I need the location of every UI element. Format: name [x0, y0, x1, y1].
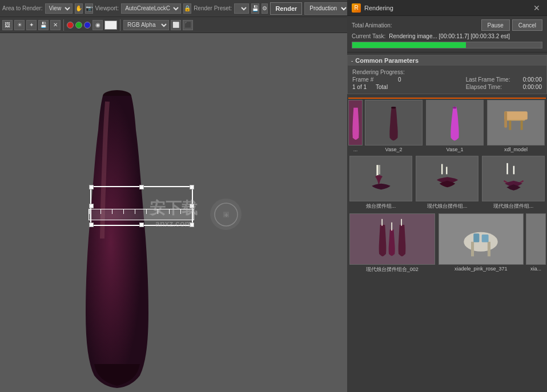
photon-icon[interactable]: ✦	[26, 20, 37, 30]
svg-rect-10	[504, 111, 507, 127]
ruler-tick	[192, 209, 192, 214]
render-preset-select[interactable]	[234, 3, 249, 14]
svg-rect-21	[471, 241, 474, 256]
common-params-header: - Common Parameters	[348, 55, 546, 66]
area-to-render-select[interactable]: View	[45, 3, 73, 14]
thumb-item-partial[interactable]: ...	[348, 99, 363, 153]
toolbar-row2: 🖼 ☀ ✦ 💾 ✕ ◉ RGB Alpha ⬜ ⬛	[0, 17, 347, 33]
thumb-item-table[interactable]: xiadele_pink_rose_371	[437, 212, 525, 274]
thumb-label-candle3: 现代烛台摆件组...	[482, 203, 545, 210]
render-button[interactable]: Render	[270, 2, 302, 15]
svg-rect-8	[521, 120, 523, 130]
total-row: 1 of 1 Total Elapsed Time: 0:00:00	[352, 84, 542, 90]
viewport-select[interactable]: AutoCreateLockC	[121, 3, 181, 14]
svg-rect-15	[506, 163, 508, 174]
render-controls-row: Total Animation: Pause Cancel	[352, 19, 542, 31]
current-task-row: Current Task: Rendering image... [00:00:…	[352, 33, 542, 39]
thumb-label-vase2: Vase_2	[365, 147, 423, 152]
move-gizmo: ✛	[210, 199, 242, 230]
thumb-vase2-svg	[384, 104, 404, 142]
svg-rect-19	[401, 219, 402, 225]
elapsed-label: Elapsed Time:	[466, 84, 512, 90]
rendering-titlebar: R Rendering ✕	[347, 0, 547, 16]
thumb-combo-svg	[372, 215, 412, 264]
thumb-item-partial-right[interactable]: xia...	[526, 212, 546, 274]
thumb-item-vase2[interactable]: Vase_2	[364, 99, 424, 153]
svg-rect-13	[441, 164, 442, 174]
render-preset-save-icon[interactable]: 💾	[251, 3, 259, 14]
thumb-label-candle1: 烛台摆件组...	[349, 203, 412, 210]
frame-row: Frame # 0 Last Frame Time: 0:00:00	[352, 76, 542, 83]
toolbar-row1: Area to Render: View ✋ 📷 Viewport: AutoC…	[0, 0, 347, 17]
area-to-render-label: Area to Render:	[2, 5, 43, 11]
thumb-label-partial: ...	[349, 147, 361, 152]
common-params-title: Common Parameters	[355, 57, 419, 64]
color-swatch[interactable]	[104, 21, 117, 30]
thumb-item-candle1[interactable]: 烛台摆件组...	[348, 155, 413, 211]
render-controls: Total Animation: Pause Cancel Current Ta…	[347, 16, 547, 52]
elapsed-value: 0:00:00	[523, 84, 542, 90]
thumb-item-candle3[interactable]: 现代烛台摆件组...	[481, 155, 546, 211]
divider2	[120, 19, 120, 31]
common-params-body: Rendering Progress: Frame # 0 Last Frame…	[348, 66, 546, 94]
pause-button[interactable]: Pause	[481, 19, 510, 31]
last-frame-value: 0:00:00	[523, 76, 542, 83]
save-icon[interactable]: 💾	[38, 20, 49, 30]
frame-value: 0	[398, 76, 401, 83]
thumb-item-vase1[interactable]: Vase_1	[425, 99, 485, 153]
thumb-item-combo[interactable]: 现代烛台摆件组合_002	[348, 212, 436, 274]
thumb-vase-pink-partial	[350, 106, 361, 140]
delete-icon[interactable]: ✕	[50, 20, 61, 30]
frame-label: Frame #	[352, 76, 398, 83]
render-preset-label: Render Preset:	[194, 5, 232, 11]
close-button[interactable]: ✕	[531, 3, 542, 13]
thumb-table-svg	[461, 215, 501, 264]
last-frame-label: Last Frame Time:	[466, 76, 512, 83]
render-preset-load-icon[interactable]: ⚙	[262, 3, 268, 14]
mono-icon[interactable]: ◉	[92, 20, 103, 30]
viewport-label: Viewport:	[95, 5, 119, 11]
progress-bar	[352, 42, 542, 49]
cancel-button[interactable]: Cancel	[512, 19, 542, 31]
hand-icon[interactable]: ✋	[75, 3, 83, 14]
svg-text:✛: ✛	[224, 213, 228, 218]
channel-icon2[interactable]: ⬛	[183, 20, 193, 30]
rendering-progress-label: Rendering Progress:	[352, 69, 405, 75]
svg-rect-22	[488, 241, 490, 256]
ruler-tick	[180, 209, 181, 214]
collapse-button[interactable]: -	[351, 58, 353, 64]
svg-rect-16	[513, 165, 514, 174]
thumb-item-xdl[interactable]: xdl_model	[486, 99, 546, 153]
channel-select[interactable]: RGB Alpha	[123, 20, 169, 30]
irradiance-icon[interactable]: ☀	[14, 20, 25, 30]
thumb-item-candle2[interactable]: 现代烛台摆件组...	[415, 155, 480, 211]
svg-rect-18	[391, 222, 392, 230]
rendering-panel: R Rendering ✕ Total Animation: Pause Can…	[347, 0, 547, 392]
svg-rect-17	[381, 219, 383, 225]
render-icon[interactable]: 🖼	[2, 20, 13, 30]
red-channel-dot[interactable]	[67, 22, 74, 29]
thumb-label-vase1: Vase_1	[426, 147, 484, 152]
thumb-label-xdl: xdl_model	[487, 147, 545, 152]
blue-channel-dot[interactable]	[84, 22, 91, 29]
lock-icon[interactable]: 🔒	[183, 3, 191, 14]
thumbnail-grid: ... Vase_2 Vase_1	[347, 96, 547, 392]
total-animation-label: Total Animation:	[352, 22, 392, 29]
total-label: Total	[376, 84, 388, 90]
thumb-chair-svg	[500, 104, 532, 142]
current-task-text: Rendering image... [00:00:11.7] [00:00:3…	[389, 33, 542, 39]
viewport-area: ✛ 安下载anxz.com	[0, 33, 347, 392]
render-action-buttons: Pause Cancel	[481, 19, 543, 31]
svg-rect-23	[474, 233, 480, 242]
render-app-icon: R	[352, 3, 361, 13]
green-channel-dot[interactable]	[75, 22, 82, 29]
handle-bottom-right	[190, 223, 194, 227]
channel-icon1[interactable]: ⬜	[171, 20, 181, 30]
thumb-candle1-svg	[363, 160, 400, 197]
camera-icon[interactable]: 📷	[85, 3, 93, 14]
current-task-label: Current Task:	[352, 33, 385, 39]
svg-rect-12	[379, 165, 380, 174]
thumb-label-table: xiadele_pink_rose_371	[439, 266, 524, 272]
production-select[interactable]: Production	[304, 2, 349, 15]
thumb-row-3: 现代烛台摆件组合_002 xiadele_pink_rose_371	[348, 212, 546, 274]
